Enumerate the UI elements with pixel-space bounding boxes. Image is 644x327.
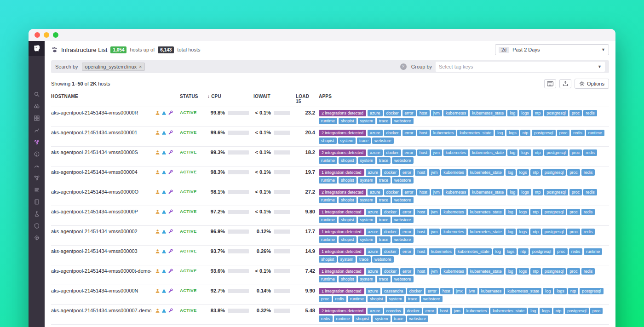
app-tag[interactable]: kubernetes [443,189,469,195]
app-tag[interactable]: kubernetes [441,229,466,235]
table-row[interactable]: aks-agentpool-21451434-vmss000002 ACTIVE… [51,226,609,246]
hostname-link[interactable]: aks-agentpool-21451434-vmss00000R [51,110,151,115]
app-tag[interactable]: shopist [339,177,356,184]
integration-badge[interactable]: 2 integrations detected [319,130,366,136]
app-tag[interactable]: docker [382,248,399,255]
app-tag[interactable]: host [440,288,453,294]
hostname-link[interactable]: aks-agentpool-21451434-vmss00000N [51,288,151,293]
app-tag[interactable]: webstore [392,157,414,164]
app-tag[interactable]: postgresql [530,248,554,255]
app-tag[interactable]: docker [382,229,399,235]
app-tag[interactable]: shopist [339,236,356,243]
table-row[interactable]: aks-agentpool-21451434-vmss00000u-demo-1… [51,325,609,327]
app-tag[interactable]: shopist [319,138,337,144]
app-tag[interactable]: runtime [319,236,337,243]
app-tag[interactable]: proc [567,169,580,176]
integration-badge[interactable]: 1 integration detected [319,209,364,215]
app-tag[interactable]: shopist [339,217,356,223]
app-tag[interactable]: shopist [339,157,356,164]
app-tag[interactable]: docker [382,209,399,215]
app-tag[interactable]: postgresql [544,189,568,195]
table-row[interactable]: aks-agentpool-21451434-vmss00000P ACTIVE… [51,206,609,226]
app-tag[interactable]: kubernetes [441,268,466,275]
integration-badge[interactable]: 2 integrations detected [319,189,366,195]
app-tag[interactable]: system [387,296,405,302]
app-tag[interactable]: runtime [319,177,337,184]
hostname-link[interactable]: aks-agentpool-21451434-vmss000001 [51,130,151,135]
sidebar-item-apm[interactable] [34,163,40,169]
app-tag[interactable]: webstore [392,177,414,184]
app-tag[interactable]: webstore [392,276,414,282]
group-by-select[interactable]: Select tag keys ▼ [436,62,605,72]
app-tag[interactable]: postgresql [565,308,589,314]
table-row[interactable]: aks-agentpool-21451434-vmss00000R ACTIVE… [51,107,609,127]
remove-filter-icon[interactable]: × [139,64,142,69]
app-tag[interactable]: proc [555,248,568,255]
app-tag[interactable]: ntp [530,229,541,235]
app-tag[interactable]: redis [333,296,347,302]
app-tag[interactable]: error [400,169,414,176]
sidebar-item-search[interactable] [34,91,40,98]
app-tag[interactable]: docker [382,169,399,176]
app-tag[interactable]: postgresql [542,229,566,235]
app-tag[interactable]: log [543,288,553,294]
app-tag[interactable]: kubernetes_state [470,110,506,116]
integration-badge[interactable]: 1 integration detected [319,169,364,176]
app-tag[interactable]: logs [519,189,531,195]
options-button[interactable]: Options [575,79,609,89]
app-tag[interactable]: proc [567,268,580,275]
hostname-link[interactable]: aks-agentpool-21451434-vmss00000O [51,189,151,195]
app-tag[interactable]: host [415,169,427,176]
app-tag[interactable]: jvm [429,268,440,275]
app-tag[interactable]: log [493,248,503,255]
app-tag[interactable]: proc [567,209,580,215]
app-tag[interactable]: shopist [339,118,356,124]
app-tag[interactable]: trace [406,296,420,302]
app-tag[interactable]: log [495,130,505,136]
app-tag[interactable]: system [358,157,376,164]
app-tag[interactable]: redis [583,149,597,156]
integration-badge[interactable]: 2 integrations detected [319,110,366,116]
app-tag[interactable]: trace [392,316,406,322]
app-tag[interactable]: trace [357,138,371,144]
app-tag[interactable]: docker [407,288,424,294]
app-tag[interactable]: ntp [520,130,531,136]
app-tag[interactable]: cassandra [382,288,406,294]
app-tag[interactable]: host [417,189,430,195]
app-tag[interactable]: kubernetes_state [455,248,492,255]
app-tag[interactable]: shopist [319,256,337,263]
app-tag[interactable]: logs [519,110,531,116]
app-tag[interactable]: redis [581,209,595,215]
integration-badge[interactable]: 1 integration detected [319,288,364,294]
app-tag[interactable]: azure [368,189,383,195]
app-tag[interactable]: log [507,189,518,195]
app-tag[interactable]: log [528,308,538,314]
app-tag[interactable]: webstore [407,316,429,322]
app-tag[interactable]: system [358,197,376,203]
app-tag[interactable]: kubernetes_state [470,189,506,195]
app-tag[interactable]: azure [366,209,381,215]
app-tag[interactable]: runtime [319,157,337,164]
app-tag[interactable]: postgresql [544,149,568,156]
app-tag[interactable]: webstore [421,296,443,302]
app-tag[interactable]: ntp [530,169,541,176]
app-tag[interactable]: log [506,209,516,215]
hostname-link[interactable]: aks-agentpool-21451434-vmss000002 [51,229,151,234]
export-button[interactable] [559,79,571,88]
app-tag[interactable]: trace [377,276,391,282]
app-tag[interactable]: host [417,110,430,116]
app-tag[interactable]: docker [384,149,401,156]
integration-badge[interactable]: 1 integration detected [319,248,364,255]
app-tag[interactable]: postgresql [580,288,604,294]
sidebar-item-logs[interactable] [34,187,40,193]
app-tag[interactable]: ntp [530,209,541,215]
app-tag[interactable]: kubernetes [464,308,489,314]
app-tag[interactable]: trace [377,236,391,243]
app-tag[interactable]: docker [384,189,401,195]
app-tag[interactable]: shopist [339,197,356,203]
app-tag[interactable]: shopist [368,296,385,302]
app-tag[interactable]: proc [567,229,580,235]
sidebar-item-monitors[interactable] [34,151,40,157]
app-tag[interactable]: log [506,169,516,176]
integration-badge[interactable]: 1 integration detected [319,268,364,275]
